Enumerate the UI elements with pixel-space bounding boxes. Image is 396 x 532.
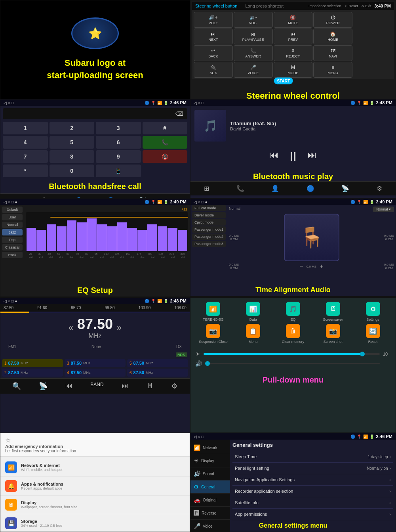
brightness-thumb[interactable] (360, 352, 365, 356)
android-item-storage[interactable]: 💾 Storage 34% used - 21.19 GB free (0, 514, 190, 532)
radio-prev-btn[interactable]: « (69, 323, 73, 333)
eq-preset-pop[interactable]: Pop (2, 237, 23, 243)
pd-item-screenshot[interactable]: 📸 Screen shot (314, 324, 352, 344)
aux-btn[interactable]: 🔌AUX (194, 62, 233, 78)
preset-4[interactable]: 4 87.50 MHz (65, 369, 126, 377)
menu-btn[interactable]: ≡MENU (313, 62, 352, 78)
eq-preset-normal[interactable]: Normal (2, 222, 23, 228)
steering-tab-2[interactable]: Long press shortcut (245, 4, 284, 8)
mode-passenger2[interactable]: Passenger mode2 (192, 233, 226, 240)
music-nav-bt[interactable]: 🔵 (307, 185, 314, 192)
mode-passenger1[interactable]: Passenger mode1 (192, 226, 226, 233)
sidebar-original[interactable]: 🚗 Original (190, 494, 230, 507)
power-btn[interactable]: ⏻POWER (313, 12, 352, 28)
answer-btn[interactable]: 📞ANSWER (234, 45, 273, 61)
exit-btn[interactable]: ✕ Exit (361, 4, 371, 8)
radio-antenna-btn[interactable]: 📡 (39, 382, 48, 390)
impedance-selection[interactable]: Impedance selection (308, 4, 341, 8)
eq-preset-user[interactable]: User (2, 214, 23, 220)
eq-preset-rock[interactable]: Rock (2, 252, 23, 258)
preset-1[interactable]: 1 87.50 MHz (2, 359, 63, 367)
general-row-satellite[interactable]: Satellite info › (232, 497, 393, 509)
sidebar-reverse[interactable]: 🅿 Reverse (190, 507, 230, 520)
reset-btn[interactable]: ↩ Reset (345, 4, 358, 8)
mode-driver[interactable]: Driver mode (192, 212, 226, 218)
eq-preset-default[interactable]: Default (2, 207, 23, 213)
preset-6[interactable]: 6 87.50 MHz (127, 369, 188, 377)
preset-3[interactable]: 3 87.50 MHz (65, 359, 126, 367)
pd-item-screensaver[interactable]: 🖥 Screensaver (314, 302, 352, 321)
android-item-apps[interactable]: 🔔 Apps & notifications Recent apps, defa… (0, 477, 190, 496)
dial-key-9[interactable]: 9 (96, 150, 141, 163)
music-nav-apps[interactable]: ⊞ (204, 185, 209, 192)
general-row-nav[interactable]: Navigation Application Settings › (232, 474, 393, 486)
dial-key-1[interactable]: 1 (3, 122, 48, 134)
normal-dropdown[interactable]: Normal ▾ (373, 207, 394, 212)
radio-band-btn[interactable]: BAND (90, 382, 103, 390)
steering-tab-1[interactable]: Steering wheel button (195, 4, 237, 8)
mute-btn[interactable]: 🔇MUTE (274, 12, 313, 28)
play-pause-btn[interactable]: ⏯PLAY/PAUSE (234, 29, 273, 44)
radio-settings-btn[interactable]: ⚙ (171, 382, 177, 390)
general-row-sleep[interactable]: Sleep Time 1 day sleep › (232, 451, 393, 463)
mode-passenger3[interactable]: Passenger mode3 (192, 241, 226, 247)
music-nav-bt2[interactable]: 📡 (341, 185, 349, 192)
prev-track-btn[interactable]: ⏮ (269, 149, 279, 164)
reject-btn[interactable]: ✗REJECT (274, 45, 313, 61)
volume-thumb[interactable] (205, 361, 210, 366)
dial-key-8[interactable]: 8 (50, 150, 95, 163)
sidebar-sound[interactable]: 🔊 Sound (190, 467, 230, 480)
vol-plus-btn[interactable]: 🔊+VOL+ (194, 12, 233, 28)
general-row-permissions[interactable]: App permissions › (232, 509, 393, 520)
radio-next-btn[interactable]: » (117, 323, 122, 333)
dial-key-3[interactable]: 3 (96, 122, 141, 134)
pd-item-menu[interactable]: 📋 Menu (234, 324, 272, 344)
dial-key-2[interactable]: 2 (50, 122, 95, 134)
mode-btn[interactable]: MMODE (274, 62, 313, 78)
general-row-recorder[interactable]: Recorder application selection › (232, 486, 393, 497)
dial-key-call[interactable]: 📞 (143, 136, 188, 149)
radio-search-btn[interactable]: 🔍 (12, 382, 21, 390)
radio-next-track[interactable]: ⏭ (122, 382, 129, 390)
dial-backspace[interactable]: ⌫ (175, 111, 183, 117)
sidebar-general[interactable]: ⚙ General (190, 480, 230, 494)
dial-key-hash[interactable]: # (143, 122, 188, 134)
dial-key-end[interactable]: 📵 (143, 150, 188, 163)
eq-preset-classical[interactable]: Classical (2, 244, 23, 251)
voice-btn[interactable]: 🎤VOICE (234, 62, 273, 78)
mode-cpilot[interactable]: Cpilot mode (192, 219, 226, 226)
prev-btn[interactable]: ⏮PREV (274, 29, 313, 44)
dial-key-0[interactable]: 0 (50, 165, 95, 177)
radio-prev-track[interactable]: ⏮ (65, 382, 72, 390)
mode-full-car[interactable]: Full car mode (192, 205, 226, 211)
preset-5[interactable]: 5 87.50 MHz (127, 359, 188, 367)
vol-minus-btn[interactable]: 🔉-VOL- (234, 12, 273, 28)
dial-key-4[interactable]: 4 (3, 136, 48, 149)
dial-key-5[interactable]: 5 (50, 136, 95, 149)
eq-preset-jazz[interactable]: Jazz (2, 229, 23, 235)
sidebar-network[interactable]: 📶 Network (190, 441, 230, 454)
pd-item-eq[interactable]: 🎵 EQ (274, 302, 312, 321)
home-btn[interactable]: 🏠HOME (313, 29, 352, 44)
dial-key-contacts[interactable]: 📱 (96, 165, 141, 177)
next-btn[interactable]: ⏭NEXT (194, 29, 233, 44)
brightness-slider[interactable] (204, 353, 380, 355)
next-track-btn[interactable]: ⏭ (307, 149, 317, 164)
general-row-panel[interactable]: Panel light setting Normally on › (232, 463, 393, 474)
volume-slider[interactable] (205, 363, 380, 364)
dial-key-star[interactable]: * (3, 165, 48, 177)
play-pause-btn-music[interactable]: ⏸ (287, 149, 299, 164)
pd-item-suspension[interactable]: 📷 Suspension Close (194, 324, 232, 344)
start-badge[interactable]: START (274, 78, 293, 84)
preset-2[interactable]: 2 87.50 MHz (2, 369, 63, 377)
pd-item-wifi[interactable]: 📶 TERENO-5G (194, 302, 232, 321)
pd-item-reset[interactable]: 🔄 Reset (354, 324, 392, 344)
navi-btn[interactable]: 🗺NAVI (313, 45, 352, 61)
dial-key-7[interactable]: 7 (3, 150, 48, 163)
sidebar-display[interactable]: ☀ Display (190, 454, 230, 467)
pd-item-data[interactable]: 📊 Data (234, 302, 272, 321)
music-nav-settings[interactable]: ⚙ (377, 185, 382, 192)
music-nav-contacts[interactable]: 👤 (271, 185, 279, 192)
music-nav-phone[interactable]: 📞 (236, 185, 244, 192)
minus-btn[interactable]: − (300, 263, 303, 270)
